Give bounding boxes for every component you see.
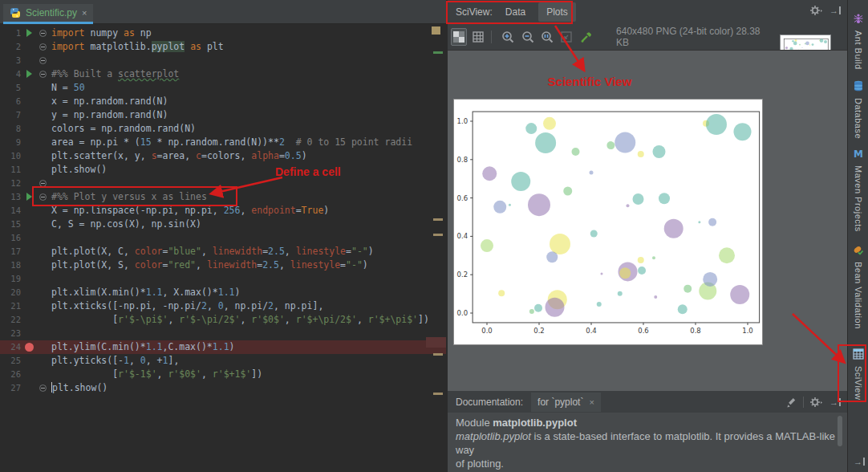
line-number: 3 [0, 54, 21, 67]
tool-window-button-maven-projects[interactable]: MMaven Projects [848, 148, 868, 232]
gear-icon[interactable] [810, 397, 823, 408]
line-number: 15 [0, 218, 21, 231]
zoom-in-icon[interactable] [500, 28, 516, 46]
fold-column [37, 286, 51, 299]
fold-marker-icon[interactable] [37, 190, 51, 204]
hide-panel-icon[interactable]: → [829, 6, 841, 14]
code-line-7[interactable]: 7y = np.random.rand(N) [0, 108, 446, 122]
breakpoint-icon[interactable] [21, 340, 37, 354]
tool-window-button-bean-validation[interactable]: Bean Validation [848, 244, 868, 329]
code-line-4[interactable]: 4#%% Built a scatterplot [0, 67, 446, 81]
sciview-icon [853, 348, 864, 363]
tab-data[interactable]: Data [497, 2, 533, 22]
tab-plots[interactable]: Plots [538, 2, 576, 22]
scatter-point [638, 151, 644, 157]
code-text: plt.ylim(C.min()*1.1,C.max()*1.1) [51, 340, 446, 354]
python-file-icon [10, 7, 21, 18]
gutter-space [21, 204, 37, 218]
scatter-point [638, 267, 646, 275]
color-picker-icon[interactable] [578, 28, 594, 46]
code-line-2[interactable]: 2import matplotlib.pyplot as plt [0, 40, 446, 54]
code-line-25[interactable]: 25plt.yticks([-1, 0, +1], [0, 354, 446, 368]
scatter-point [546, 298, 565, 317]
code-line-17[interactable]: 17plt.plot(X, C, color="blue", linewidth… [0, 245, 446, 258]
file-tab-close-icon[interactable]: × [82, 8, 87, 18]
line-number: 12 [0, 177, 21, 190]
code-line-15[interactable]: 15C, S = np.cos(X), np.sin(X) [0, 218, 446, 231]
stripe-mark-warning[interactable] [433, 393, 443, 395]
scatter-plot-image[interactable]: 0.00.20.40.60.81.00.00.20.40.60.81.0 [454, 100, 762, 344]
actual-size-icon[interactable] [539, 28, 555, 46]
fold-marker-icon[interactable] [37, 177, 51, 190]
documentation-header: Documentation: for `pyplot` × [448, 391, 847, 413]
error-stripe-indicator[interactable] [432, 26, 440, 35]
code-line-13[interactable]: 13#%% Plot y versus x as lines [0, 190, 446, 204]
run-cell-icon[interactable] [21, 67, 37, 81]
fold-marker-icon[interactable] [37, 67, 51, 81]
code-line-5[interactable]: 5N = 50 [0, 81, 446, 95]
code-line-11[interactable]: 11plt.show() [0, 163, 446, 177]
code-line-10[interactable]: 10plt.scatter(x, y, s=area, c=colors, al… [0, 149, 446, 163]
code-line-6[interactable]: 6x = np.random.rand(N) [0, 95, 446, 108]
code-line-12[interactable]: 12 [0, 177, 446, 190]
code-line-26[interactable]: 26 [r'$-1$', r'$0$', r'$+1$']) [0, 368, 446, 381]
scatter-point [481, 239, 493, 252]
svg-text:1.0: 1.0 [457, 117, 468, 125]
line-number: 9 [0, 136, 21, 149]
code-line-14[interactable]: 14X = np.linspace(-np.pi, np.pi, 256, en… [0, 204, 446, 218]
code-line-16[interactable]: 16 [0, 231, 446, 245]
doc-tab-close-icon[interactable]: × [589, 397, 594, 407]
hide-strip-icon[interactable]: → [854, 458, 865, 466]
stripe-mark-breakpoint[interactable] [426, 337, 446, 348]
edit-pencil-icon[interactable] [786, 397, 797, 408]
code-line-9[interactable]: 9area = np.pi * (15 * np.random.rand(N))… [0, 136, 446, 149]
run-cell-icon[interactable] [21, 190, 37, 204]
code-text: colors = np.random.rand(N) [51, 122, 446, 136]
code-line-18[interactable]: 18plt.plot(X, S, color="red", linewidth=… [0, 258, 446, 272]
stripe-mark-green[interactable] [433, 51, 443, 54]
code-line-20[interactable]: 20plt.xlim(X.min()*1.1, X.max()*1.1) [0, 286, 446, 299]
svg-text:0.4: 0.4 [457, 232, 468, 240]
stripe-mark-warning[interactable] [433, 353, 443, 356]
code-line-3[interactable]: 3 [0, 54, 446, 67]
doc-scrollbar[interactable] [838, 416, 842, 446]
transparency-chessboard-icon[interactable] [451, 28, 467, 46]
code-line-1[interactable]: 1import numpy as np [0, 26, 446, 40]
file-tab-scientific-py[interactable]: Scientific.py × [3, 4, 93, 24]
tool-window-button-sciview[interactable]: SciView [848, 348, 868, 400]
tool-window-button-ant-build[interactable]: Ant Build [848, 13, 868, 70]
gutter-space [21, 54, 37, 67]
code-line-27[interactable]: 27plt.show() [0, 381, 446, 395]
code-text [51, 327, 446, 340]
code-line-22[interactable]: 22 [r'$-\pi$', r'$-\pi/2$', r'$0$', r'$+… [0, 313, 446, 327]
line-number: 7 [0, 108, 21, 122]
code-line-8[interactable]: 8colors = np.random.rand(N) [0, 122, 446, 136]
sciview-toolbar: 640x480 PNG (24-bit color) 28.38 KB [448, 24, 762, 50]
gear-icon[interactable] [810, 5, 823, 16]
hide-panel-icon[interactable]: → [829, 398, 841, 406]
stripe-mark-warning[interactable] [433, 218, 443, 221]
tool-window-label: Database [854, 98, 863, 139]
tool-window-button-database[interactable]: Database [848, 80, 868, 139]
fold-column [37, 327, 51, 340]
scatter-point [678, 304, 688, 314]
fold-marker-icon[interactable] [37, 26, 51, 40]
code-line-19[interactable]: 19 [0, 272, 446, 286]
fold-marker-icon[interactable] [37, 40, 51, 54]
code-editor[interactable]: 1import numpy as np2import matplotlib.py… [0, 24, 446, 472]
tool-window-label: Maven Projects [854, 165, 863, 232]
grid-icon[interactable] [470, 28, 486, 46]
run-cell-icon[interactable] [21, 26, 37, 40]
zoom-out-icon[interactable] [520, 28, 536, 46]
gutter-space [21, 245, 37, 258]
fold-marker-icon[interactable] [37, 54, 51, 67]
code-line-23[interactable]: 23 [0, 327, 446, 340]
fold-column [37, 81, 51, 95]
doc-tab-pyplot[interactable]: for `pyplot` × [531, 393, 601, 412]
stripe-mark-warning[interactable] [433, 234, 443, 236]
code-line-21[interactable]: 21plt.xticks([-np.pi, -np.pi/2, 0, np.pi… [0, 299, 446, 313]
fold-marker-icon[interactable] [37, 381, 51, 395]
code-line-24[interactable]: 24plt.ylim(C.min()*1.1,C.max()*1.1) [0, 340, 446, 354]
file-tab-title: Scientific.py [26, 7, 77, 18]
documentation-content: Module matplotlib.pyplot matplotlib.pypl… [448, 413, 847, 472]
